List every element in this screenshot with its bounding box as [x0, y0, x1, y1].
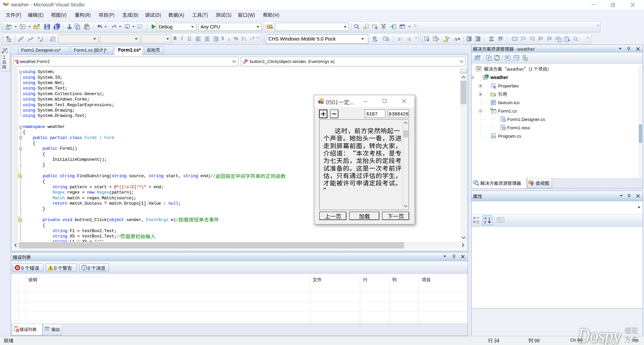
svg-text:C#: C#	[492, 135, 496, 138]
svg-text:Z: Z	[40, 39, 42, 43]
svg-text:A: A	[454, 37, 458, 42]
svg-text:#: #	[486, 75, 487, 78]
